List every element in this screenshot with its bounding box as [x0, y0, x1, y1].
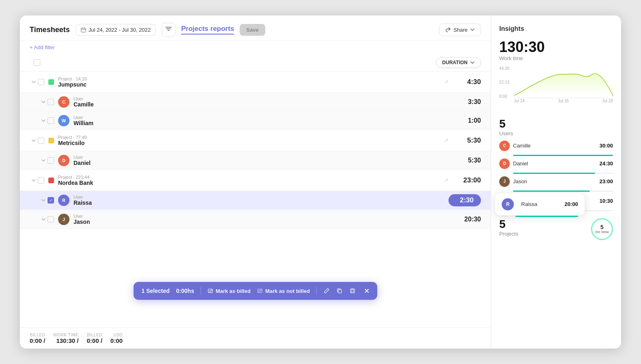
tooltip-bar-raissa	[515, 216, 578, 217]
mark-not-billed-icon	[257, 288, 263, 294]
checkbox-camille[interactable]	[48, 99, 54, 105]
users-section: 5 Users C Camille 30:00 D Daniel 24:30	[499, 117, 613, 210]
users-label: Users	[499, 130, 613, 136]
project-row-nordea: Project · 221:44 Nordea Bank ↗ 23:00	[20, 170, 491, 191]
project-row-metricsilo: Project · 77:40 Metricsilo ↗ 5:30	[20, 130, 491, 151]
work-time-stat: WORK TIME 130:30 /	[53, 333, 78, 344]
mark-not-billed-label: Mark as not billed	[265, 288, 310, 294]
table-header: DURATION	[20, 54, 491, 72]
svg-rect-3	[338, 290, 342, 293]
close-action-bar-button[interactable]: ✕	[364, 287, 369, 295]
header-checkbox-col	[30, 59, 44, 66]
project-color-jumpsync	[48, 79, 54, 85]
insights-title: Insights	[499, 25, 613, 32]
user-row-raissa: R User Raissa 2:30	[20, 191, 491, 210]
select-all-checkbox[interactable]	[34, 59, 40, 66]
projects-label: Projects	[499, 231, 518, 237]
project-duration-jumpsync: 4:30	[448, 78, 481, 86]
checkbox-raissa[interactable]	[48, 197, 54, 204]
expand-icon[interactable]	[30, 79, 38, 85]
bar-container-camille	[513, 155, 613, 156]
project-color-nordea	[48, 178, 54, 183]
mark-billed-button[interactable]: Mark as billed	[208, 288, 251, 294]
external-link-icon-metricsilo[interactable]: ↗	[444, 137, 448, 143]
stat-name-daniel: Daniel	[513, 160, 593, 167]
expand-nordea[interactable]	[30, 178, 38, 183]
svg-rect-0	[81, 28, 86, 32]
work-time-value: 130:30 /	[56, 337, 78, 344]
avatar-daniel: D	[58, 155, 69, 166]
add-filter-button[interactable]: + Add filter	[20, 41, 491, 54]
delete-icon	[349, 288, 356, 294]
checkbox-william[interactable]	[48, 117, 54, 124]
stat-avatar-daniel: D	[499, 158, 510, 169]
stat-avatar-camille: C	[499, 141, 510, 151]
project-duration-metricsilo: 5:30	[448, 136, 481, 145]
billed-value2: 0:00 /	[87, 337, 102, 344]
usd-value: 0:00	[110, 337, 123, 344]
delete-button[interactable]	[349, 288, 356, 294]
project-row-jumpsync: Project · 14:10 Jumpsunc ↗ 4:30	[20, 72, 491, 93]
external-link-icon[interactable]: ↗	[444, 79, 448, 85]
user-info-camille: User Camille	[74, 96, 468, 108]
project-info-nordea: Project · 221:44 Nordea Bank	[58, 175, 441, 186]
page-title: Timesheets	[30, 26, 70, 34]
user-row-camille: C User Camille 3:30	[20, 93, 491, 111]
duplicate-button[interactable]	[336, 288, 343, 294]
expand-daniel[interactable]	[39, 158, 48, 163]
project-name-nordea: Nordea Bank	[58, 180, 441, 186]
mark-billed-icon	[208, 288, 213, 294]
bar-jason	[513, 191, 590, 192]
tooltip-time-raissa: 20:00	[565, 201, 578, 207]
stat-name-camille: Camille	[513, 143, 593, 149]
expand-camille[interactable]	[39, 99, 48, 105]
project-checkbox-jumpsync[interactable]	[38, 79, 44, 85]
expand-raissa[interactable]	[39, 197, 48, 203]
project-checkbox-metricsilo[interactable]	[38, 137, 44, 144]
mark-billed-label: Mark as billed	[216, 288, 251, 294]
app-container: Timesheets Jul 24, 2022 - Jul 30, 2022 P…	[20, 15, 621, 349]
user-info-daniel: User Daniel	[74, 155, 468, 166]
bar-container-daniel	[513, 173, 613, 174]
tooltip-avatar-raissa: R	[502, 198, 514, 210]
project-label-jumpsync: Project · 14:10	[58, 76, 441, 81]
bar-container-jason	[513, 191, 613, 192]
mark-not-billed-button[interactable]: Mark as not billed	[257, 288, 310, 294]
insights-work-label: Work time	[499, 55, 613, 61]
chart-x-labels: Jul 24 Jul 26 Jul 28	[514, 99, 613, 103]
expand-metricsilo[interactable]	[30, 138, 38, 143]
share-icon	[445, 27, 451, 32]
chart-area: 44:26 22:13 0:00	[499, 66, 613, 111]
share-button[interactable]: Share	[439, 24, 481, 36]
duration-sort-button[interactable]: DURATION	[436, 57, 481, 68]
stat-time-jason: 23:00	[593, 178, 613, 184]
expand-jason[interactable]	[39, 217, 48, 222]
svg-rect-4	[351, 289, 355, 293]
collapse-icon[interactable]	[30, 60, 31, 65]
stat-time-daniel: 24:30	[593, 160, 613, 167]
user-duration-raissa: 2:30	[448, 194, 481, 206]
filter-button[interactable]	[162, 23, 175, 37]
expand-william[interactable]	[39, 118, 48, 124]
date-range-button[interactable]: Jul 24, 2022 - Jul 30, 2022	[76, 24, 156, 36]
checkbox-daniel[interactable]	[48, 157, 54, 164]
save-button[interactable]: Save	[240, 24, 265, 36]
billed-label2: BILLED	[87, 333, 102, 337]
ontime-circle: 5 On time	[591, 218, 613, 240]
user-info-jason: User Jason	[74, 214, 464, 225]
projects-count: 5	[499, 218, 518, 231]
project-checkbox-nordea[interactable]	[38, 177, 44, 184]
external-link-icon-nordea[interactable]: ↗	[444, 177, 448, 183]
user-label-raissa: User	[74, 195, 448, 199]
work-time-chart	[514, 66, 613, 99]
user-name-daniel: Daniel	[74, 160, 468, 166]
user-name-raissa: Raissa	[74, 199, 448, 206]
checkbox-jason[interactable]	[48, 216, 54, 223]
edit-button[interactable]	[323, 288, 330, 294]
avatar-william: W	[58, 115, 69, 126]
usd-label: USD	[113, 333, 123, 337]
user-label-jason: User	[74, 214, 464, 219]
user-duration-william: 1:00	[468, 117, 481, 124]
user-info-raissa: User Raissa	[74, 195, 448, 206]
main-panel: Timesheets Jul 24, 2022 - Jul 30, 2022 P…	[20, 15, 491, 349]
